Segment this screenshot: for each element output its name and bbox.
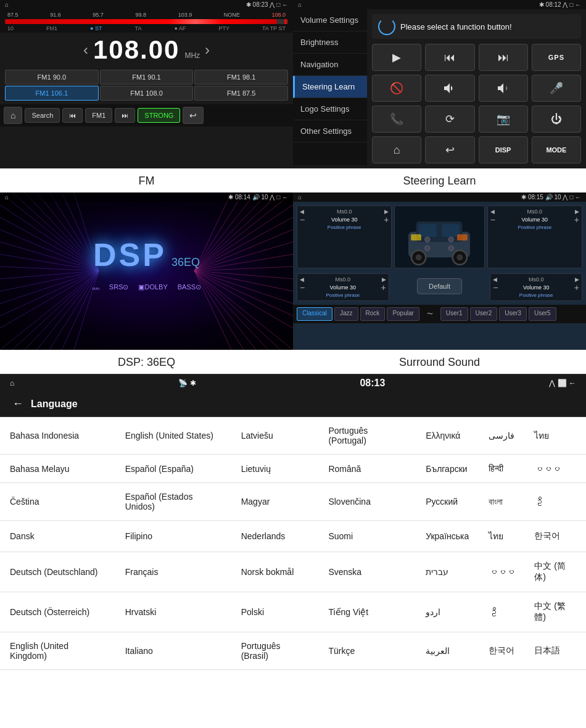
language-option[interactable]: Nederlands <box>231 521 319 552</box>
eq-fl-prev[interactable]: ◀ <box>300 209 304 215</box>
steer-prev-button[interactable]: ⏮ <box>425 44 474 71</box>
surround-back-icon[interactable]: ← <box>575 194 581 201</box>
fm-preset-3[interactable]: FM1 98.1 <box>194 70 288 85</box>
eq-fr-plus[interactable]: + <box>574 215 579 225</box>
eq-rr-prev[interactable]: ◀ <box>493 276 497 283</box>
lang-back-icon[interactable]: ← <box>569 379 576 387</box>
eq-rl-minus[interactable]: − <box>300 283 305 292</box>
steer-disp-button[interactable]: DISP <box>479 136 528 163</box>
language-option[interactable]: Latviešu <box>231 417 319 455</box>
language-option[interactable]: ဦ <box>479 592 524 632</box>
language-option[interactable]: العربية <box>416 632 479 670</box>
language-option[interactable]: Polski <box>231 592 319 632</box>
language-option[interactable]: Português (Portugal) <box>318 417 416 455</box>
language-option[interactable]: 한국어 <box>479 632 524 670</box>
surround-tab-user2[interactable]: User2 <box>470 307 498 321</box>
language-option[interactable]: 한국어 <box>524 521 586 552</box>
steer-vol-up-button[interactable] <box>425 75 474 102</box>
language-option[interactable]: Italiano <box>115 632 231 670</box>
steer-rotate-button[interactable]: ⟳ <box>425 105 474 133</box>
steer-mic-button[interactable]: 🎤 <box>532 75 581 102</box>
steer-back-button[interactable]: ↩ <box>425 136 474 163</box>
sidebar-item-volume[interactable]: Volume Settings <box>293 9 367 31</box>
steer-next-button[interactable]: ⏭ <box>479 44 528 71</box>
steer-power-button[interactable]: ⏻ <box>532 105 581 133</box>
language-option[interactable]: Română <box>318 455 416 483</box>
dsp-home-icon[interactable]: ⌂ <box>5 194 9 201</box>
fm-preset-4[interactable]: FM1 106.1 <box>5 86 99 101</box>
fm-back-icon[interactable]: ← <box>282 1 288 8</box>
language-option[interactable]: ပပပ <box>524 455 586 483</box>
sidebar-item-other[interactable]: Other Settings <box>293 120 367 143</box>
language-option[interactable]: Čeština <box>0 483 115 521</box>
language-option[interactable]: Български <box>416 455 479 483</box>
language-option[interactable]: বাংলা <box>479 483 524 521</box>
surround-tab-user3[interactable]: User3 <box>499 307 527 321</box>
fm-back-button[interactable]: ↩ <box>183 107 204 124</box>
language-option[interactable]: Bahasa Melayu <box>0 455 115 483</box>
language-option[interactable]: Hrvatski <box>115 592 231 632</box>
language-option[interactable]: ไทย <box>479 521 524 552</box>
language-option[interactable]: ပပပ <box>479 552 524 592</box>
fm-progress-track[interactable] <box>5 19 288 24</box>
language-option[interactable]: English (United Kingdom) <box>0 632 115 670</box>
surround-tab-rock[interactable]: Rock <box>360 307 386 321</box>
language-option[interactable]: Deutsch (Österreich) <box>0 592 115 632</box>
language-option[interactable]: Українська <box>416 521 479 552</box>
surround-tab-classical[interactable]: Classical <box>297 307 332 321</box>
surround-tab-jazz[interactable]: Jazz <box>334 307 358 321</box>
eq-fl-plus[interactable]: + <box>384 215 389 225</box>
eq-rr-minus[interactable]: − <box>493 283 498 292</box>
language-option[interactable]: فارسی <box>479 417 524 455</box>
steer-vol-down-button[interactable] <box>479 75 528 102</box>
surround-tab-popular[interactable]: Popular <box>387 307 419 321</box>
language-option[interactable]: ဦ <box>524 483 586 521</box>
surround-tab-user1[interactable]: User1 <box>440 307 468 321</box>
eq-rl-plus[interactable]: + <box>381 283 386 292</box>
eq-rr-next[interactable]: ▶ <box>575 276 579 283</box>
fm-prev-button[interactable]: ⏮ <box>62 108 83 123</box>
eq-rl-prev[interactable]: ◀ <box>300 276 304 283</box>
fm-next-button[interactable]: ⏭ <box>115 108 135 123</box>
language-option[interactable]: Filipino <box>115 521 231 552</box>
language-option[interactable]: Lietuvių <box>231 455 319 483</box>
language-option[interactable]: Deutsch (Deutschland) <box>0 552 115 592</box>
steering-home-icon[interactable]: ⌂ <box>298 1 302 8</box>
eq-fr-prev[interactable]: ◀ <box>490 209 495 215</box>
language-option[interactable]: Ελληνικά <box>416 417 479 455</box>
language-option[interactable]: Magyar <box>231 483 319 521</box>
fm-preset-5[interactable]: FM1 108.0 <box>100 86 194 101</box>
language-option[interactable]: 中文 (简体) <box>524 552 586 592</box>
language-option[interactable]: 日本語 <box>524 632 586 670</box>
eq-fl-minus[interactable]: − <box>300 215 305 225</box>
language-option[interactable]: Norsk bokmål <box>231 552 319 592</box>
language-option[interactable]: Slovenčina <box>318 483 416 521</box>
steer-call-button[interactable]: 📞 <box>372 105 421 133</box>
sidebar-item-logo[interactable]: Logo Settings <box>293 98 367 120</box>
language-option[interactable]: עברית <box>416 552 479 592</box>
language-option[interactable]: Svenska <box>318 552 416 592</box>
eq-fr-next[interactable]: ▶ <box>575 209 579 215</box>
language-option[interactable]: Tiếng Việt <box>318 592 416 632</box>
language-option[interactable]: English (United States) <box>115 417 231 455</box>
language-option[interactable]: Français <box>115 552 231 592</box>
fm-next-arrow[interactable]: › <box>205 41 210 59</box>
steer-gps-button[interactable]: GPS <box>532 44 581 71</box>
language-option[interactable]: Türkçe <box>318 632 416 670</box>
fm-search-button[interactable]: Search <box>25 108 60 123</box>
language-option[interactable]: Русский <box>416 483 479 521</box>
language-back-button[interactable]: ← <box>12 397 23 410</box>
language-option[interactable]: Español (Estados Unidos) <box>115 483 231 521</box>
language-option[interactable]: Dansk <box>0 521 115 552</box>
fm-prev-arrow[interactable]: ‹ <box>83 41 88 59</box>
language-option[interactable]: اردو <box>416 592 479 632</box>
language-option[interactable]: 中文 (繁體) <box>524 592 586 632</box>
language-option[interactable]: ไทย <box>524 417 586 455</box>
fm-strong-button[interactable]: STRONG <box>138 108 180 123</box>
language-option[interactable]: Português (Brasil) <box>231 632 319 670</box>
eq-fr-minus[interactable]: − <box>490 215 495 225</box>
language-option[interactable]: Bahasa Indonesia <box>0 417 115 455</box>
lang-home-icon[interactable]: ⌂ <box>10 379 14 387</box>
fm-home-button[interactable]: ⌂ <box>4 107 22 124</box>
fm-home-icon[interactable]: ⌂ <box>5 1 9 8</box>
